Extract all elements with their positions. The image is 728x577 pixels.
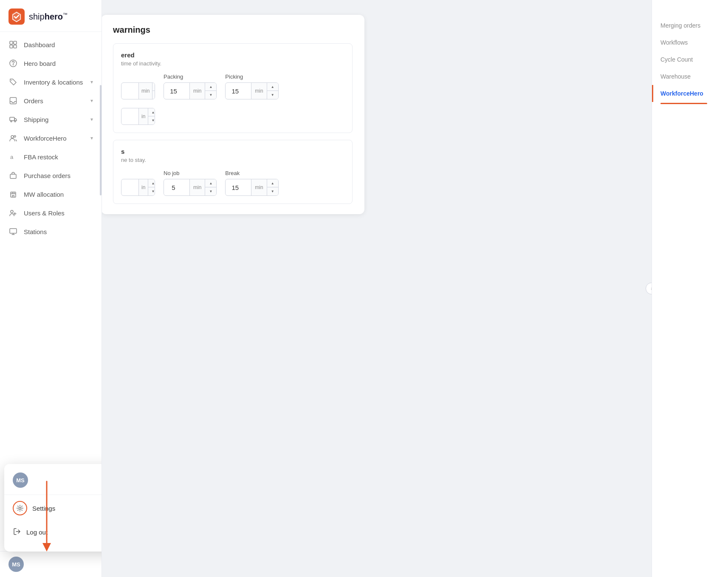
packing-input-group: Packing min ▲ ▼: [164, 74, 217, 99]
break-arrow-up[interactable]: ▲: [267, 179, 278, 187]
sidebar-item-label-heroboard: Hero board: [24, 60, 93, 67]
packing-input[interactable]: [164, 84, 189, 98]
settings-label: Settings: [32, 505, 55, 512]
idle-arrow-down[interactable]: ▼: [148, 187, 155, 195]
content-wrapper: › warnings ered time of inactivity.: [102, 0, 652, 577]
nojob-arrow-up[interactable]: ▲: [205, 179, 216, 187]
extra-partial-spinner[interactable]: in ▲ ▼: [121, 108, 155, 125]
idle-desc: ne to stay.: [121, 157, 344, 163]
break-label: Break: [225, 170, 278, 176]
sidebar-item-orders[interactable]: Orders ▾: [0, 91, 102, 110]
sidebar-item-label-shipping: Shipping: [24, 116, 85, 123]
sidebar-item-shipping[interactable]: Shipping ▾: [0, 110, 102, 129]
active-indicator-bar: [660, 103, 707, 104]
sidebar-item-label-workforcehero: WorkforceHero: [24, 135, 85, 142]
extra-partial-input-group: in ▲ ▼: [121, 105, 155, 125]
sidebar-item-label-orders: Orders: [24, 97, 85, 105]
picking-input[interactable]: [226, 84, 251, 98]
sidebar-item-label-users: Users & Roles: [24, 209, 93, 217]
break-arrow-down[interactable]: ▼: [267, 187, 278, 195]
idle-arrow-up[interactable]: ▲: [148, 179, 155, 187]
picking-input-group: Picking min ▲ ▼: [225, 74, 278, 99]
logout-menu-item[interactable]: Log out: [4, 521, 102, 543]
svg-point-6: [11, 80, 12, 81]
packing-spinner[interactable]: min ▲ ▼: [164, 82, 217, 99]
extra-partial-arrows: ▲ ▼: [148, 108, 155, 124]
svg-rect-8: [10, 117, 14, 121]
idle-section: s ne to stay. in ▲ ▼: [113, 140, 353, 204]
svg-rect-4: [14, 45, 17, 48]
nojob-input-group: No job min ▲ ▼: [164, 170, 217, 196]
sidebar-item-inventory[interactable]: Inventory & locations ▾: [0, 73, 102, 91]
nojob-spinner[interactable]: min ▲ ▼: [164, 179, 217, 196]
svg-rect-17: [14, 192, 14, 193]
settings-card: warnings ered time of inactivity.: [102, 15, 364, 214]
nojob-arrow-down[interactable]: ▼: [205, 187, 216, 195]
picking-arrows: ▲ ▼: [267, 83, 278, 99]
svg-point-12: [14, 136, 16, 137]
picking-arrow-up[interactable]: ▲: [267, 83, 278, 91]
arrow-up[interactable]: ▲: [152, 83, 155, 91]
dropdown-avatar: MS: [13, 472, 28, 488]
timeout-section: ered time of inactivity. min: [113, 43, 353, 133]
grid-icon: [8, 40, 18, 49]
settings-menu-item[interactable]: Settings: [4, 495, 102, 521]
partial-input[interactable]: [121, 84, 138, 98]
shiphero-logo-icon: [8, 8, 25, 25]
settings-circled-icon: [13, 501, 27, 515]
right-nav-merging-orders[interactable]: Merging orders: [652, 17, 728, 34]
sidebar-item-mw-allocation[interactable]: MW allocation: [0, 185, 102, 204]
partial-unit: min: [138, 83, 152, 99]
idle-partial-spinner[interactable]: in ▲ ▼: [121, 179, 155, 196]
sidebar-item-workforcehero[interactable]: WorkforceHero ▾: [0, 129, 102, 147]
packing-arrow-up[interactable]: ▲: [205, 83, 216, 91]
right-nav-cycle-count[interactable]: Cycle Count: [652, 51, 728, 68]
collapse-sidebar-button[interactable]: ›: [646, 283, 652, 294]
svg-point-9: [11, 121, 12, 122]
chevron-down-icon-shipping: ▾: [90, 116, 93, 122]
svg-point-20: [19, 507, 21, 509]
sidebar-item-fba[interactable]: a FBA restock: [0, 147, 102, 166]
extra-arrow-down[interactable]: ▼: [148, 116, 155, 124]
right-nav-workforcehero[interactable]: WorkforceHero: [652, 85, 728, 102]
sidebar-item-dashboard[interactable]: Dashboard: [0, 35, 102, 54]
partial-spinner[interactable]: min ▲ ▼: [121, 82, 155, 99]
picking-spinner[interactable]: min ▲ ▼: [225, 82, 278, 99]
svg-text:a: a: [10, 154, 14, 160]
extra-partial-unit: in: [138, 108, 148, 124]
circle-question-icon: [8, 59, 18, 68]
break-input[interactable]: [226, 181, 251, 195]
sidebar-item-label-inventory: Inventory & locations: [24, 79, 85, 86]
sidebar-item-label-purchase-orders: Purchase orders: [24, 172, 93, 179]
main-area: › warnings ered time of inactivity.: [102, 0, 728, 577]
packing-arrow-down[interactable]: ▼: [205, 91, 216, 99]
dropdown-avatar-row: MS: [4, 472, 102, 495]
sidebar-item-users-roles[interactable]: Users & Roles: [0, 204, 102, 222]
svg-rect-19: [10, 229, 17, 233]
sidebar-item-stations[interactable]: Stations: [0, 222, 102, 241]
building-icon: [8, 190, 18, 199]
arrow-down[interactable]: ▼: [152, 91, 155, 99]
extra-arrow-up[interactable]: ▲: [148, 108, 155, 116]
right-nav-workflows[interactable]: Workflows: [652, 34, 728, 51]
break-spinner[interactable]: min ▲ ▼: [225, 179, 278, 196]
picking-arrow-down[interactable]: ▼: [267, 91, 278, 99]
nojob-label: No job: [164, 170, 217, 176]
logout-icon: [13, 527, 21, 537]
sidebar-item-purchase-orders[interactable]: Purchase orders: [0, 166, 102, 185]
idle-partial-unit: in: [138, 179, 148, 195]
nojob-input[interactable]: [164, 181, 189, 195]
extra-partial-input[interactable]: [121, 110, 138, 124]
user-avatar[interactable]: MS: [8, 557, 24, 572]
user-dropdown: MS Settings Log out: [4, 464, 102, 552]
sidebar-item-heroboard[interactable]: Hero board: [0, 54, 102, 73]
tag-icon: [8, 77, 18, 87]
picking-label: Picking: [225, 74, 278, 80]
people-icon: [8, 133, 18, 143]
right-nav-warehouse[interactable]: Warehouse: [652, 68, 728, 85]
sidebar-item-label-stations: Stations: [24, 228, 93, 235]
bag-icon: [8, 171, 18, 180]
timeout-desc: time of inactivity.: [121, 60, 344, 67]
idle-partial-arrows: ▲ ▼: [148, 179, 155, 195]
idle-partial-input[interactable]: [121, 181, 138, 195]
